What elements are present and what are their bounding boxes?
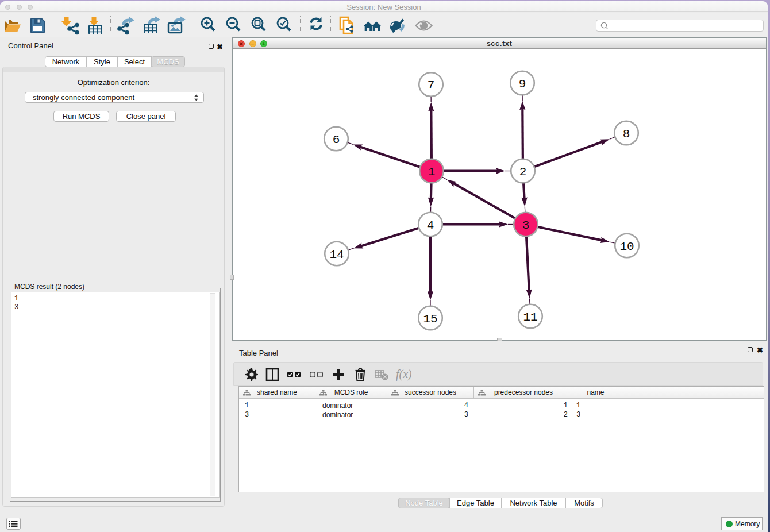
svg-text:11: 11 <box>523 310 537 323</box>
svg-text:3: 3 <box>522 218 530 232</box>
svg-text:7: 7 <box>428 79 435 92</box>
svg-text:15: 15 <box>423 312 437 325</box>
svg-text:9: 9 <box>519 77 526 90</box>
svg-text:4: 4 <box>427 218 434 232</box>
svg-text:8: 8 <box>623 127 630 140</box>
svg-text:10: 10 <box>619 240 634 253</box>
svg-text:6: 6 <box>333 133 340 146</box>
svg-text:f(x): f(x) <box>396 368 411 381</box>
svg-text:14: 14 <box>329 248 344 261</box>
svg-text:2: 2 <box>519 165 527 178</box>
svg-text:1: 1 <box>428 165 436 178</box>
